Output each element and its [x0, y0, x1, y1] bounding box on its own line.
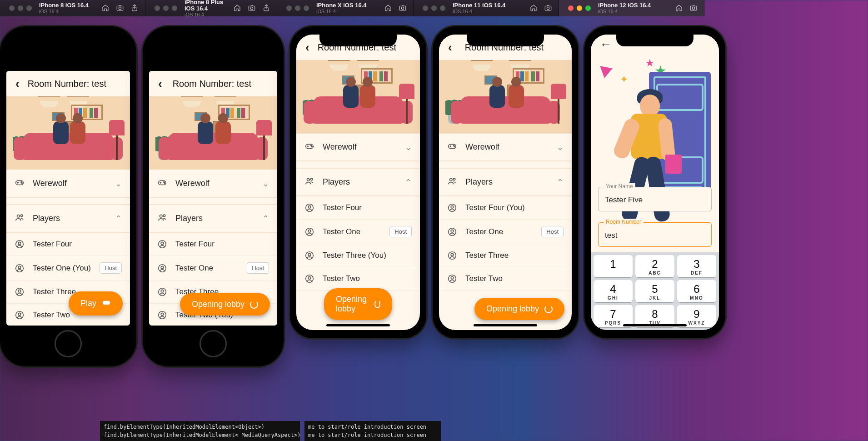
game-label: Werewolf — [33, 179, 107, 188]
svg-point-27 — [164, 182, 165, 183]
home-button[interactable] — [200, 330, 227, 357]
chevron-down-icon: ⌄ — [115, 179, 122, 189]
lobby-header: ‹ Room Number: test — [6, 71, 130, 96]
chevron-down-icon: ⌄ — [405, 142, 412, 152]
keypad-key-2[interactable]: 2 ABC — [635, 255, 674, 277]
phone-screen: ← ★✦★ Your Name Room Number 1 2 ABC 3 DE… — [591, 35, 719, 330]
player-name: Tester Two — [323, 274, 412, 283]
svg-point-43 — [310, 178, 312, 180]
svg-point-48 — [306, 252, 314, 260]
screenshot-icon[interactable] — [689, 4, 698, 13]
players-section-header[interactable]: Players ⌃ — [296, 168, 420, 196]
name-input[interactable] — [598, 187, 712, 211]
svg-point-16 — [20, 215, 22, 216]
svg-point-36 — [161, 290, 164, 292]
simulator-tab[interactable]: iPhone X iOS 16.4 iOS 16.4 — [277, 0, 414, 16]
people-icon — [157, 212, 167, 225]
player-name: Tester One (You) — [33, 264, 91, 273]
lobby-illustration — [296, 60, 420, 133]
svg-point-35 — [159, 288, 166, 296]
simulator-tab[interactable]: iPhone 8 Plus iOS 16.4 iOS 16.4 — [145, 0, 277, 16]
players-label: Players — [175, 214, 254, 223]
screenshot-icon[interactable] — [399, 4, 407, 13]
person-icon — [447, 274, 457, 284]
phone-2: ‹ Room Number: test Werewolf ⌄ Players ⌃… — [290, 26, 426, 338]
simulator-tab[interactable]: iPhone 8 iOS 16.4 iOS 16.4 — [0, 0, 145, 16]
home-indicator[interactable] — [474, 324, 537, 326]
player-name: Tester Three (You) — [323, 251, 412, 260]
person-icon — [157, 310, 167, 320]
player-name: Tester Four — [33, 240, 122, 249]
players-section-header[interactable]: Players ⌃ — [6, 204, 130, 233]
svg-point-11 — [692, 7, 694, 9]
name-field[interactable]: Your Name — [598, 187, 712, 211]
opening-lobby-button[interactable]: Opening lobby — [180, 293, 270, 316]
svg-point-60 — [451, 230, 454, 232]
home-indicator[interactable] — [326, 324, 390, 326]
svg-point-42 — [307, 179, 310, 181]
svg-point-24 — [18, 313, 21, 316]
svg-point-31 — [159, 241, 166, 248]
svg-point-38 — [161, 313, 164, 316]
room-field[interactable]: Room Number — [598, 222, 712, 247]
screenshot-icon[interactable] — [248, 4, 256, 13]
lobby-illustration — [439, 60, 572, 133]
player-row: Tester OneHost — [296, 220, 420, 244]
opening-lobby-button[interactable]: Opening lobby — [474, 298, 564, 320]
player-row: Tester Four — [6, 233, 130, 256]
room-input[interactable] — [598, 222, 712, 247]
game-label: Werewolf — [323, 142, 397, 152]
lobby-illustration — [149, 96, 277, 169]
phone-3: ‹ Room Number: test Werewolf ⌄ Players ⌃… — [433, 26, 578, 338]
opening-lobby-button[interactable]: Opening lobby — [324, 288, 392, 320]
game-selector[interactable]: Werewolf ⌄ — [296, 133, 420, 161]
game-selector[interactable]: Werewolf ⌄ — [6, 169, 130, 198]
play-button[interactable]: Play — [69, 291, 123, 316]
home-icon[interactable] — [675, 4, 683, 13]
svg-rect-6 — [399, 6, 406, 10]
phone-1: ‹ Room Number: test Werewolf ⌄ Players ⌃… — [143, 26, 284, 366]
keypad-key-3[interactable]: 3 DEF — [677, 255, 716, 277]
chevron-down-icon: ⌄ — [557, 142, 564, 152]
home-icon[interactable] — [233, 4, 241, 13]
chevron-up-icon: ⌃ — [115, 214, 122, 224]
person-icon — [15, 310, 25, 320]
simulator-os: iOS 16.4 — [598, 9, 651, 14]
home-button[interactable] — [55, 330, 82, 357]
screenshot-icon[interactable] — [544, 4, 552, 13]
spinner-icon — [250, 301, 258, 309]
keypad-key-4[interactable]: 4 GHI — [594, 280, 633, 302]
svg-point-21 — [16, 288, 24, 296]
keypad-key-6[interactable]: 6 MNO — [677, 280, 716, 302]
player-row: Tester Two — [296, 267, 420, 291]
simulator-tab[interactable]: iPhone 12 iOS 16.4 iOS 16.4 — [559, 0, 704, 16]
host-badge: Host — [389, 226, 412, 237]
simulator-device: iPhone 12 iOS 16.4 — [598, 2, 651, 9]
room-title: Room Number: test — [10, 79, 125, 89]
keypad-key-5[interactable]: 5 JKL — [635, 280, 674, 302]
players-section-header[interactable]: Players ⌃ — [439, 168, 572, 196]
keypad-key-1[interactable]: 1 — [594, 255, 633, 277]
home-icon[interactable] — [529, 4, 538, 13]
player-name: Tester One — [323, 227, 381, 236]
player-name: Tester One — [175, 264, 239, 273]
game-label: Werewolf — [465, 142, 549, 152]
home-icon[interactable] — [101, 4, 110, 13]
svg-point-47 — [308, 230, 311, 232]
home-indicator[interactable] — [623, 324, 687, 326]
game-selector[interactable]: Werewolf ⌄ — [149, 169, 277, 198]
svg-point-50 — [306, 275, 314, 283]
chevron-up-icon: ⌃ — [557, 177, 564, 187]
players-section-header[interactable]: Players ⌃ — [149, 204, 277, 233]
simulator-tab[interactable]: iPhone 11 iOS 16.4 iOS 16.4 — [414, 0, 559, 16]
back-button[interactable]: ← — [596, 35, 615, 53]
opening-label: Opening lobby — [336, 295, 369, 314]
screenshot-icon[interactable] — [116, 4, 124, 13]
game-selector[interactable]: Werewolf ⌄ — [439, 133, 572, 161]
share-icon[interactable] — [130, 4, 139, 13]
home-icon[interactable] — [384, 4, 392, 13]
share-icon[interactable] — [262, 4, 270, 13]
opening-label: Opening lobby — [486, 304, 539, 314]
person-icon — [15, 239, 25, 249]
phone-screen: ‹ Room Number: test Werewolf ⌄ Players ⌃… — [149, 71, 277, 326]
